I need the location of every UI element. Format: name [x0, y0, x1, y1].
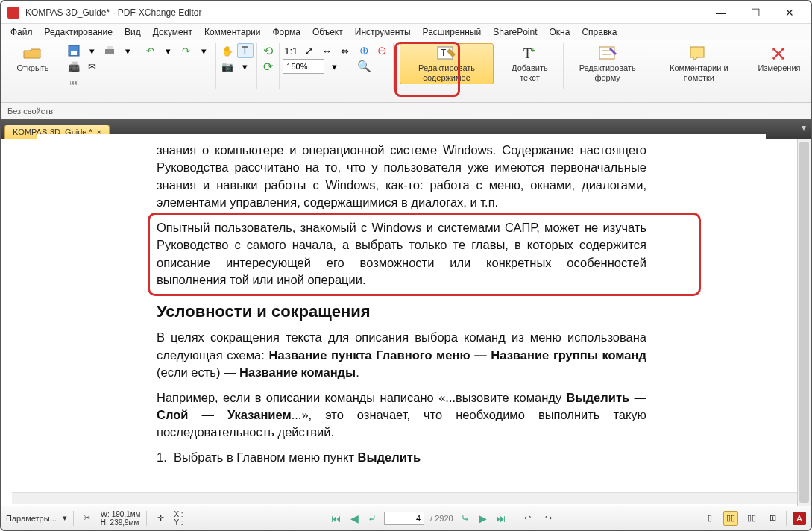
horizontal-scrollbar[interactable] — [12, 492, 797, 504]
menu-sharepoint[interactable]: SharePoint — [487, 25, 543, 39]
doc-para-1: знания о компьютере и операционной систе… — [157, 142, 646, 212]
add-text-button[interactable]: T+ Добавить текст — [503, 43, 557, 84]
doc-para-4: Например, если в описании команды написа… — [157, 389, 646, 442]
doc-para-2: Опытный пользователь, знакомый с Windows… — [157, 219, 646, 289]
snapshot-tool[interactable]: 📷 — [219, 59, 236, 74]
next-page-button[interactable]: ▶ — [477, 512, 488, 524]
edit-content-button[interactable]: T Редактировать содержимое — [400, 43, 494, 84]
save-dropdown[interactable]: ▾ — [84, 43, 100, 58]
back-button[interactable]: ↩ — [520, 511, 535, 526]
undo-button[interactable]: ↶ — [142, 43, 159, 58]
menu-bar: Файл Редактирование Вид Документ Коммент… — [1, 24, 811, 40]
page-dimensions: W: 190,1мм H: 239,9мм — [101, 510, 141, 527]
svg-rect-1 — [71, 51, 77, 55]
svg-rect-11 — [690, 47, 704, 57]
menu-document[interactable]: Документ — [147, 25, 198, 39]
fit-page-button[interactable]: ⤢ — [300, 43, 317, 58]
svg-rect-2 — [105, 49, 114, 54]
single-page-view[interactable]: ▯ — [702, 511, 717, 526]
doc-heading: Условности и сокращения — [157, 302, 646, 321]
prev-view-button[interactable]: ⤶ — [366, 512, 378, 524]
properties-text: Без свойств — [7, 107, 53, 116]
undo-dropdown[interactable]: ▾ — [160, 43, 177, 58]
zoom-out-button[interactable]: ⊖ — [374, 43, 390, 58]
menu-help[interactable]: Справка — [576, 25, 623, 39]
two-continuous-view[interactable]: ⊞ — [765, 511, 780, 526]
print-button[interactable] — [101, 43, 118, 58]
params-dropdown[interactable]: ▾ — [63, 513, 67, 523]
ribbon-toolbar: Открыть ▾ ▾ 📠 ✉ ⏮ ↶ ▾ ↷ ▾ ✋ Ꭲ — [1, 40, 811, 103]
status-bar: Параметры... ▾ ✂ W: 190,1мм H: 239,9мм ✛… — [1, 506, 811, 530]
hand-tool[interactable]: ✋ — [219, 43, 236, 58]
comments-button[interactable]: Комментарии и пометки — [658, 43, 740, 84]
zoom-dropdown[interactable]: ▾ — [326, 59, 342, 74]
zoom-in-button[interactable]: ⊕ — [356, 43, 372, 58]
maximize-button[interactable]: ☐ — [745, 5, 766, 20]
page-number-input[interactable] — [384, 512, 424, 525]
fit-visible-button[interactable]: ⇔ — [336, 43, 353, 58]
open-label: Открыть — [16, 63, 48, 73]
loupe-button[interactable]: 🔍 — [356, 59, 372, 74]
rotate-ccw-button[interactable]: ⟲ — [259, 43, 276, 58]
rotate-cw-button[interactable]: ⟳ — [259, 59, 276, 74]
redo-button[interactable]: ↷ — [178, 43, 195, 58]
first-page-button[interactable]: ⏮ — [330, 512, 343, 524]
document-page[interactable]: знания о компьютере и операционной систе… — [37, 134, 766, 488]
last-page-button[interactable]: ⏭ — [494, 512, 508, 524]
redo-dropdown[interactable]: ▾ — [196, 43, 213, 58]
menu-file[interactable]: Файл — [4, 25, 39, 39]
tabs-menu-icon[interactable]: ▾ — [802, 122, 806, 133]
menu-object[interactable]: Объект — [306, 25, 349, 39]
next-view-button[interactable]: ⤷ — [459, 512, 471, 524]
continuous-view[interactable]: ▯▯ — [723, 511, 738, 526]
crop-icon[interactable]: ✂ — [80, 511, 95, 526]
title-bar: KOMPAS-3D_Guide* - PDF-XChange Editor — … — [1, 1, 811, 24]
vertical-scrollbar[interactable] — [797, 139, 811, 506]
scan-button[interactable]: 📠 — [66, 59, 82, 74]
doc-para-5: 1. Выбрать в Главном меню пункт Выделить — [157, 449, 646, 466]
fit-width-button[interactable]: ↔ — [318, 43, 335, 58]
menu-tools[interactable]: Инструменты — [349, 25, 417, 39]
app-icon — [7, 7, 19, 19]
nav-first-icon[interactable]: ⏮ — [66, 75, 82, 89]
add-text-label: Добавить текст — [506, 63, 553, 82]
svg-text:T: T — [441, 48, 447, 58]
svg-text:+: + — [531, 46, 535, 54]
minimize-button[interactable]: — — [711, 5, 731, 20]
edit-content-label: Редактировать содержимое — [403, 63, 490, 82]
properties-bar: Без свойств — [1, 103, 811, 119]
edit-form-label: Редактировать форму — [573, 63, 642, 82]
print-dropdown[interactable]: ▾ — [119, 43, 136, 58]
menu-advanced[interactable]: Расширенный — [417, 25, 488, 39]
menu-windows[interactable]: Окна — [544, 25, 576, 39]
adobe-icon[interactable]: A — [793, 512, 806, 525]
forward-button[interactable]: ↪ — [541, 511, 556, 526]
mail-button[interactable]: ✉ — [84, 59, 100, 74]
measure-label: Измерения — [758, 63, 800, 73]
cursor-pos-icon: ✛ — [153, 511, 168, 526]
document-viewport: знания о компьютере и операционной систе… — [1, 139, 811, 506]
actual-size-button[interactable]: 1:1 — [283, 43, 299, 58]
snapshot-dropdown[interactable]: ▾ — [237, 59, 254, 74]
edit-form-button[interactable]: Редактировать форму — [570, 43, 646, 84]
cursor-position: X : Y : — [174, 510, 183, 527]
save-button[interactable] — [66, 43, 82, 58]
doc-para-3: В целях сокращения текста для описания в… — [157, 329, 646, 381]
zoom-input[interactable] — [283, 59, 324, 74]
svg-rect-8 — [599, 47, 614, 59]
measure-button[interactable]: Измерения — [752, 43, 806, 75]
prev-page-button[interactable]: ◀ — [349, 512, 360, 524]
comments-label: Комментарии и пометки — [661, 63, 736, 82]
menu-form[interactable]: Форма — [266, 25, 306, 39]
menu-comments[interactable]: Комментарии — [198, 25, 267, 39]
two-page-view[interactable]: ▯▯ — [744, 511, 759, 526]
page-count: 2920 — [435, 514, 453, 523]
menu-edit[interactable]: Редактирование — [39, 25, 119, 39]
select-text-tool[interactable]: Ꭲ — [237, 43, 254, 58]
window-title: KOMPAS-3D_Guide* - PDF-XChange Editor — [25, 7, 711, 18]
close-button[interactable]: ✕ — [779, 5, 800, 20]
params-button[interactable]: Параметры... — [6, 514, 57, 523]
svg-rect-3 — [107, 46, 113, 49]
open-button[interactable]: Открыть — [6, 43, 60, 75]
menu-view[interactable]: Вид — [119, 25, 147, 39]
